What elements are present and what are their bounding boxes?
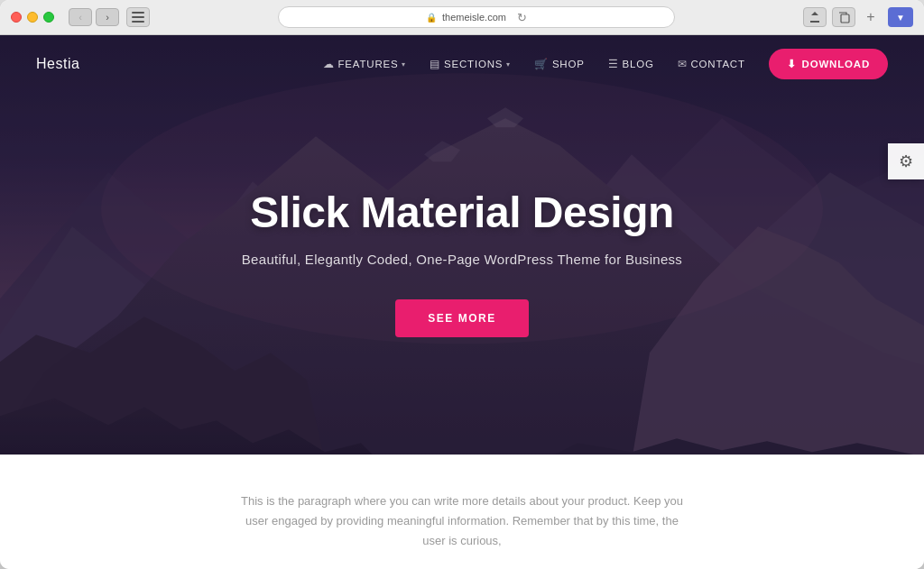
forward-button[interactable]: ›: [96, 8, 119, 26]
refresh-button[interactable]: ↻: [517, 11, 527, 24]
traffic-lights: [11, 12, 54, 23]
nav-links: ☁ FEATURES ▾ ▤ SECTIONS ▾ 🛒 SHOP ☰: [314, 49, 888, 79]
back-button[interactable]: ‹: [69, 8, 92, 26]
gear-icon: ⚙: [899, 151, 913, 171]
new-tab-button[interactable]: +: [861, 7, 881, 27]
maximize-button[interactable]: [43, 12, 54, 23]
page-content: Hestia ☁ FEATURES ▾ ▤ SECTIONS ▾ 🛒 SHO: [0, 35, 924, 569]
see-more-button[interactable]: SEE MORE: [395, 299, 528, 337]
site-logo: Hestia: [36, 56, 79, 72]
hero-subtitle: Beautiful, Elegantly Coded, One-Page Wor…: [242, 252, 682, 267]
hero-content: Slick Material Design Beautiful, Elegant…: [0, 35, 924, 454]
nav-blog[interactable]: ☰ BLOG: [599, 52, 663, 76]
grid-icon: ▤: [430, 58, 440, 70]
chevron-down-icon: ▾: [506, 60, 511, 69]
cloud-icon: ☁: [323, 58, 335, 70]
minimize-button[interactable]: [27, 12, 38, 23]
close-button[interactable]: [11, 12, 22, 23]
extension-dropdown[interactable]: ▼: [888, 7, 913, 27]
settings-button[interactable]: ⚙: [888, 143, 924, 179]
share-button[interactable]: [803, 7, 827, 27]
below-hero-text: This is the paragraph where you can writ…: [236, 491, 688, 551]
hero-section: Hestia ☁ FEATURES ▾ ▤ SECTIONS ▾ 🛒 SHO: [0, 35, 924, 454]
browser-window: ‹ › 🔒 themeisle.com ↻: [0, 0, 924, 569]
svg-rect-3: [841, 14, 849, 23]
svg-rect-2: [132, 21, 144, 23]
hero-title: Slick Material Design: [250, 188, 674, 237]
browser-nav: ‹ ›: [69, 8, 119, 26]
sidebar-toggle[interactable]: [126, 7, 150, 27]
svg-rect-0: [132, 12, 144, 14]
nav-features[interactable]: ☁ FEATURES ▾: [314, 52, 416, 76]
cart-icon: 🛒: [534, 58, 549, 70]
below-hero-section: This is the paragraph where you can writ…: [0, 454, 924, 569]
lock-icon: 🔒: [426, 13, 437, 23]
duplicate-button[interactable]: [832, 7, 855, 27]
download-button[interactable]: ⬇ DOWNLOAD: [769, 49, 888, 79]
browser-titlebar: ‹ › 🔒 themeisle.com ↻: [0, 0, 924, 34]
list-icon: ☰: [608, 58, 619, 70]
nav-sections[interactable]: ▤ SECTIONS ▾: [420, 52, 520, 76]
url-text: themeisle.com: [442, 12, 506, 23]
browser-chrome: ‹ › 🔒 themeisle.com ↻: [0, 0, 924, 35]
chevron-down-icon: ▾: [402, 60, 406, 69]
toolbar-right: +: [803, 7, 881, 27]
address-bar[interactable]: 🔒 themeisle.com ↻: [278, 6, 675, 28]
nav-shop[interactable]: 🛒 SHOP: [525, 52, 594, 76]
nav-contact[interactable]: ✉ CONTACT: [669, 52, 754, 76]
download-icon: ⬇: [787, 58, 797, 70]
site-navigation: Hestia ☁ FEATURES ▾ ▤ SECTIONS ▾ 🛒 SHO: [0, 35, 924, 93]
svg-rect-1: [132, 16, 144, 18]
mail-icon: ✉: [678, 58, 688, 70]
